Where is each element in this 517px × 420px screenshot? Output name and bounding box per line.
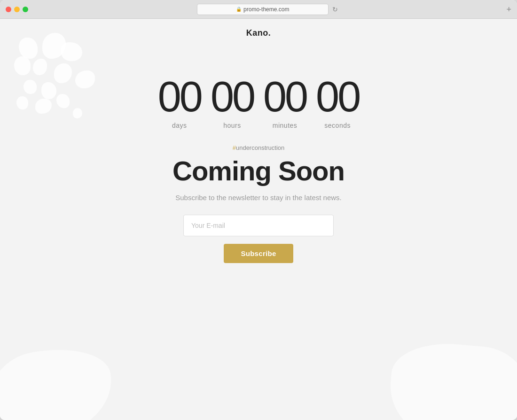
countdown-minutes: 00 minutes xyxy=(263,76,306,129)
hashtag-symbol: # xyxy=(233,144,236,151)
minutes-label: minutes xyxy=(273,122,298,129)
close-button[interactable] xyxy=(6,7,11,12)
blob-bottom-right xyxy=(386,339,517,420)
site-header: Kano. xyxy=(246,28,271,38)
minimize-button[interactable] xyxy=(14,7,20,12)
days-value: 00 xyxy=(158,76,201,118)
countdown-seconds: 00 seconds xyxy=(316,76,359,129)
main-content: 00 days 00 hours 00 minutes 00 seconds xyxy=(158,76,359,263)
maximize-button[interactable] xyxy=(23,7,28,12)
url-input[interactable]: 🔒 promo-theme.com xyxy=(197,4,329,15)
minutes-value: 00 xyxy=(263,76,306,118)
hashtag-text: underconstruction xyxy=(236,144,284,151)
countdown-timer: 00 days 00 hours 00 minutes 00 seconds xyxy=(158,76,359,129)
hours-label: hours xyxy=(223,122,241,129)
hashtag-line: #underconstruction xyxy=(233,144,285,151)
decorative-blobs-top xyxy=(14,33,108,127)
subscribe-description: Subscribe to the newsletter to stay in t… xyxy=(175,194,342,202)
new-tab-button[interactable]: + xyxy=(506,5,511,14)
browser-chrome: 🔒 promo-theme.com ↻ + xyxy=(0,0,517,19)
hours-value: 00 xyxy=(211,76,254,118)
seconds-value: 00 xyxy=(316,76,359,118)
email-input-wrapper xyxy=(183,215,334,236)
url-text: promo-theme.com xyxy=(243,6,289,13)
blob-bottom-left xyxy=(0,340,119,420)
countdown-days: 00 days xyxy=(158,76,201,129)
seconds-label: seconds xyxy=(324,122,351,129)
coming-soon-title: Coming Soon xyxy=(172,156,345,186)
decorative-blobs-bottom xyxy=(0,326,517,420)
days-label: days xyxy=(172,122,187,129)
email-input[interactable] xyxy=(183,215,334,236)
subscribe-button[interactable]: Subscribe xyxy=(224,244,293,263)
reload-button[interactable]: ↻ xyxy=(332,6,338,13)
browser-window: 🔒 promo-theme.com ↻ + xyxy=(0,0,517,420)
page-content: Kano. 00 days 00 hours 00 minutes 00 xyxy=(0,19,517,420)
email-form: Subscribe xyxy=(183,215,334,263)
countdown-hours: 00 hours xyxy=(211,76,254,129)
address-bar: 🔒 promo-theme.com ↻ xyxy=(59,4,475,15)
site-logo: Kano. xyxy=(246,28,271,38)
lock-icon: 🔒 xyxy=(236,7,242,12)
